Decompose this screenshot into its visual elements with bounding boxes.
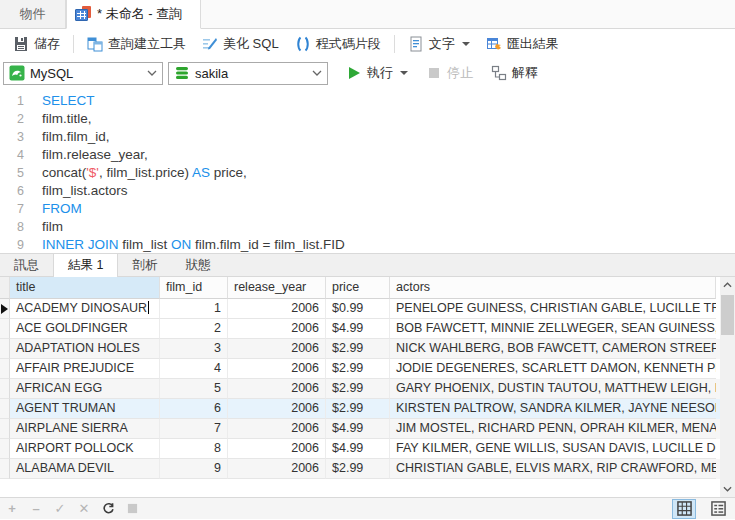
table-cell[interactable]: $0.99 [326, 299, 390, 319]
table-cell[interactable]: 5 [160, 379, 228, 399]
table-cell[interactable]: 2006 [228, 379, 326, 399]
result-tab-active[interactable]: 結果 1 [53, 254, 118, 277]
column-header-release_year[interactable]: release_year [228, 277, 326, 299]
code-snippet-button[interactable]: 程式碼片段 [288, 32, 388, 56]
sql-line[interactable]: 4film.release_year, [0, 146, 735, 164]
sql-line[interactable]: 9INNER JOIN film_list ON film.film_id = … [0, 236, 735, 253]
table-cell[interactable]: KIRSTEN PALTROW, SANDRA KILMER, JAYNE NE… [390, 399, 716, 419]
table-row[interactable]: ALABAMA DEVIL92006$2.99CHRISTIAN GABLE, … [0, 459, 720, 479]
table-row[interactable]: AIRPLANE SIERRA72006$4.99JIM MOSTEL, RIC… [0, 419, 720, 439]
column-header-film_id[interactable]: film_id [160, 277, 228, 299]
text-mode-button[interactable]: 文字 [401, 32, 477, 56]
table-cell[interactable]: ALABAMA DEVIL [10, 459, 160, 479]
table-cell[interactable]: $2.99 [326, 459, 390, 479]
column-header-title[interactable]: title [10, 277, 160, 299]
table-cell[interactable]: JODIE DEGENERES, SCARLETT DAMON, KENNETH… [390, 359, 716, 379]
result-tab-2[interactable]: 剖析 [118, 254, 171, 276]
table-cell[interactable]: FAY KILMER, GENE WILLIS, SUSAN DAVIS, LU… [390, 439, 716, 459]
table-cell[interactable]: ACE GOLDFINGER [10, 319, 160, 339]
scroll-down-icon[interactable] [720, 481, 735, 497]
sql-line[interactable]: 3film.film_id, [0, 128, 735, 146]
vertical-scrollbar[interactable] [720, 277, 735, 497]
table-cell[interactable]: NICK WAHLBERG, BOB FAWCETT, CAMERON STRE… [390, 339, 716, 359]
column-header-actors[interactable]: actors [390, 277, 716, 299]
record-selector[interactable] [0, 339, 10, 359]
table-row[interactable]: AFFAIR PREJUDICE42006$2.99JODIE DEGENERE… [0, 359, 720, 379]
record-selector[interactable] [0, 459, 10, 479]
connection-select[interactable]: MySQL [3, 62, 163, 85]
table-cell[interactable]: AIRPORT POLLOCK [10, 439, 160, 459]
table-row[interactable]: AFRICAN EGG52006$2.99GARY PHOENIX, DUSTI… [0, 379, 720, 399]
record-selector[interactable] [0, 419, 10, 439]
record-selector[interactable] [0, 319, 10, 339]
sql-editor[interactable]: 1SELECT2film.title,3film.film_id,4film.r… [0, 88, 735, 253]
table-cell[interactable]: 2006 [228, 299, 326, 319]
table-cell[interactable]: PENELOPE GUINESS, CHRISTIAN GABLE, LUCIL… [390, 299, 716, 319]
table-cell[interactable]: BOB FAWCETT, MINNIE ZELLWEGER, SEAN GUIN… [390, 319, 716, 339]
table-cell[interactable]: AGENT TRUMAN [10, 399, 160, 419]
result-tab-0[interactable]: 訊息 [0, 254, 53, 276]
table-row[interactable]: AIRPORT POLLOCK82006$4.99FAY KILMER, GEN… [0, 439, 720, 459]
refresh-icon[interactable] [101, 502, 115, 516]
table-cell[interactable]: $4.99 [326, 439, 390, 459]
result-tab-3[interactable]: 狀態 [171, 254, 224, 276]
explain-button[interactable]: 解釋 [484, 61, 545, 85]
table-cell[interactable]: JIM MOSTEL, RICHARD PENN, OPRAH KILMER, … [390, 419, 716, 439]
table-row[interactable]: ADAPTATION HOLES32006$2.99NICK WAHLBERG,… [0, 339, 720, 359]
table-cell[interactable]: 2006 [228, 419, 326, 439]
sql-line[interactable]: 7FROM [0, 200, 735, 218]
sql-line[interactable]: 1SELECT [0, 92, 735, 110]
table-cell[interactable]: 3 [160, 339, 228, 359]
table-row[interactable]: ACADEMY DINOSAUR12006$0.99PENELOPE GUINE… [0, 299, 720, 319]
discard-changes-icon[interactable]: ✕ [77, 502, 91, 516]
sql-line[interactable]: 6film_list.actors [0, 182, 735, 200]
table-cell[interactable]: GARY PHOENIX, DUSTIN TAUTOU, MATTHEW LEI… [390, 379, 716, 399]
table-cell[interactable]: 4 [160, 359, 228, 379]
tab-query[interactable]: * 未命名 - 查詢 [66, 0, 201, 29]
run-button[interactable]: 執行 [339, 61, 415, 85]
table-row[interactable]: ACE GOLDFINGER22006$4.99BOB FAWCETT, MIN… [0, 319, 720, 339]
database-select[interactable]: sakila [168, 62, 328, 85]
record-selector[interactable] [0, 379, 10, 399]
form-view-button[interactable] [706, 499, 730, 519]
table-cell[interactable]: 1 [160, 299, 228, 319]
table-cell[interactable]: $2.99 [326, 339, 390, 359]
sql-line[interactable]: 5concat('$', film_list.price) AS price, [0, 164, 735, 182]
grid-view-button[interactable] [672, 499, 696, 519]
record-selector[interactable] [0, 299, 10, 319]
beautify-sql-button[interactable]: 美化 SQL [195, 32, 286, 56]
table-cell[interactable]: AIRPLANE SIERRA [10, 419, 160, 439]
scroll-up-icon[interactable] [720, 277, 735, 293]
table-cell[interactable]: $2.99 [326, 399, 390, 419]
table-cell[interactable]: 7 [160, 419, 228, 439]
table-cell[interactable]: CHRISTIAN GABLE, ELVIS MARX, RIP CRAWFOR… [390, 459, 716, 479]
table-cell[interactable]: 8 [160, 439, 228, 459]
record-selector[interactable] [0, 359, 10, 379]
table-cell[interactable]: ACADEMY DINOSAUR [10, 299, 160, 319]
table-cell[interactable]: $4.99 [326, 419, 390, 439]
sql-line[interactable]: 2film.title, [0, 110, 735, 128]
table-cell[interactable]: 2 [160, 319, 228, 339]
table-cell[interactable]: 2006 [228, 319, 326, 339]
export-result-button[interactable]: 匯出結果 [479, 32, 566, 56]
table-cell[interactable]: AFFAIR PREJUDICE [10, 359, 160, 379]
table-cell[interactable]: 2006 [228, 359, 326, 379]
scrollbar-thumb[interactable] [721, 295, 734, 335]
record-selector[interactable] [0, 399, 10, 419]
sql-line[interactable]: 8film [0, 218, 735, 236]
table-cell[interactable]: AFRICAN EGG [10, 379, 160, 399]
table-cell[interactable]: 2006 [228, 459, 326, 479]
add-record-icon[interactable]: + [5, 502, 19, 516]
table-row[interactable]: AGENT TRUMAN62006$2.99KIRSTEN PALTROW, S… [0, 399, 720, 419]
table-cell[interactable]: 2006 [228, 439, 326, 459]
table-cell[interactable]: 2006 [228, 339, 326, 359]
table-cell[interactable]: $2.99 [326, 379, 390, 399]
table-cell[interactable]: $2.99 [326, 359, 390, 379]
delete-record-icon[interactable]: – [29, 502, 43, 516]
table-cell[interactable]: $4.99 [326, 319, 390, 339]
record-selector[interactable] [0, 439, 10, 459]
table-cell[interactable]: 9 [160, 459, 228, 479]
apply-changes-icon[interactable]: ✓ [53, 502, 67, 516]
column-header-price[interactable]: price [326, 277, 390, 299]
table-cell[interactable]: 6 [160, 399, 228, 419]
